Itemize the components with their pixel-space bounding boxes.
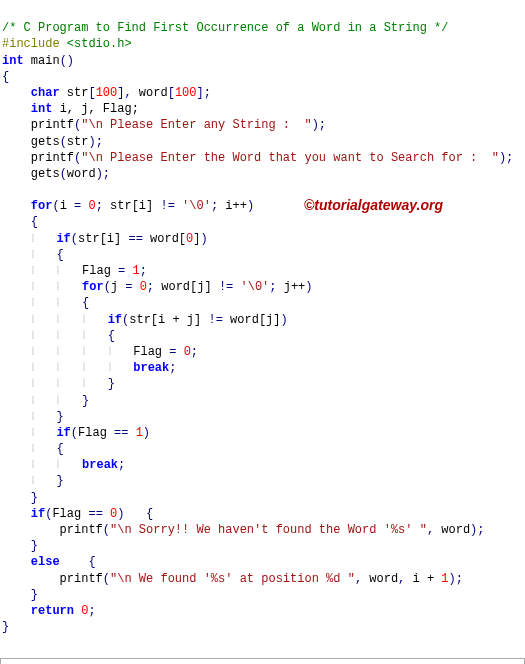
maximize-button[interactable]: ☐ [440,660,482,665]
comment-line: /* C Program to Find First Occurrence of… [2,21,448,35]
include-directive: #include [2,37,67,51]
minimize-button[interactable]: ─ [398,660,440,665]
code-editor: /* C Program to Find First Occurrence of… [0,0,525,656]
close-button[interactable]: ✕ [482,660,524,665]
titlebar[interactable]: C:\Users\Suresh\Documents\C Programs\Fir… [1,659,524,665]
watermark-text: ©tutorialgateway.org [304,196,443,215]
terminal-window: C:\Users\Suresh\Documents\C Programs\Fir… [0,658,525,665]
